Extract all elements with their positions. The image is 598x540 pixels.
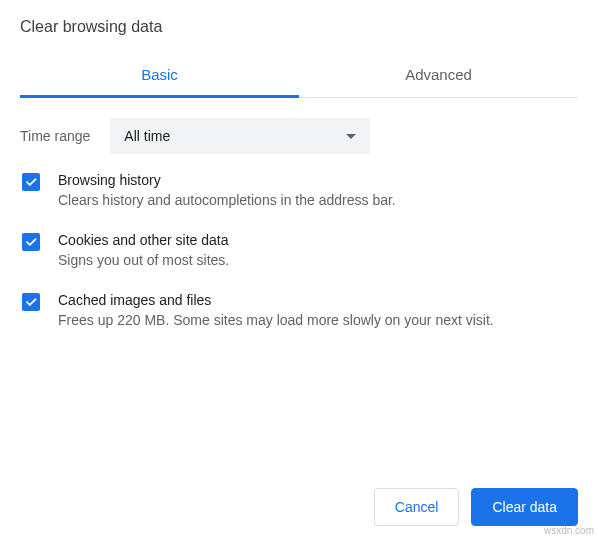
clear-data-button[interactable]: Clear data	[471, 488, 578, 526]
check-icon	[24, 235, 38, 249]
checkbox-cookies[interactable]	[22, 233, 40, 251]
option-description: Signs you out of most sites.	[58, 252, 229, 268]
options-list: Browsing history Clears history and auto…	[20, 172, 578, 328]
time-range-label: Time range	[20, 128, 90, 144]
time-range-row: Time range All time	[20, 118, 578, 154]
option-cache: Cached images and files Frees up 220 MB.…	[22, 292, 578, 328]
option-description: Frees up 220 MB. Some sites may load mor…	[58, 312, 494, 328]
tab-basic[interactable]: Basic	[20, 54, 299, 97]
option-cookies: Cookies and other site data Signs you ou…	[22, 232, 578, 268]
check-icon	[24, 295, 38, 309]
checkbox-cache[interactable]	[22, 293, 40, 311]
cancel-button[interactable]: Cancel	[374, 488, 460, 526]
time-range-value: All time	[124, 128, 170, 144]
check-icon	[24, 175, 38, 189]
option-title: Cached images and files	[58, 292, 494, 308]
checkbox-browsing-history[interactable]	[22, 173, 40, 191]
chevron-down-icon	[346, 134, 356, 139]
tabs: Basic Advanced	[20, 54, 578, 98]
option-title: Cookies and other site data	[58, 232, 229, 248]
watermark: wsxdn.com	[544, 525, 594, 536]
option-browsing-history: Browsing history Clears history and auto…	[22, 172, 578, 208]
option-title: Browsing history	[58, 172, 396, 188]
dialog-title: Clear browsing data	[20, 18, 578, 36]
dialog-footer: Cancel Clear data	[374, 488, 578, 526]
option-description: Clears history and autocompletions in th…	[58, 192, 396, 208]
tab-advanced[interactable]: Advanced	[299, 54, 578, 97]
time-range-select[interactable]: All time	[110, 118, 370, 154]
